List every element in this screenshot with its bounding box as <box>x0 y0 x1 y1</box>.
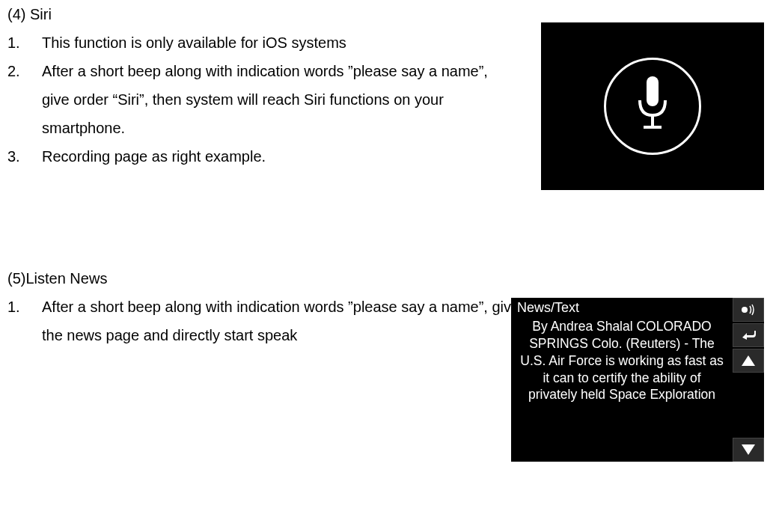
section-heading-news: (5)Listen News <box>7 264 772 293</box>
voice-icon <box>739 303 757 317</box>
section-heading-siri: (4) Siri <box>7 0 516 28</box>
microphone-icon <box>634 76 671 136</box>
news-text-screenshot: News/Text By Andrea Shalal COLORADO SPRI… <box>511 298 764 462</box>
triangle-up-icon <box>742 355 755 366</box>
list-text: After a short beep along with indication… <box>42 57 516 142</box>
list-text: This function is only available for iOS … <box>42 28 516 57</box>
list-text: Recording page as right example. <box>42 142 516 171</box>
svg-rect-0 <box>647 76 659 106</box>
siri-recording-screenshot <box>541 22 764 190</box>
back-arrow-icon <box>740 328 757 342</box>
list-number: 3. <box>7 142 42 171</box>
list-number: 1. <box>7 28 42 57</box>
microphone-circle <box>604 58 701 155</box>
list-number: 2. <box>7 57 42 85</box>
back-button[interactable] <box>733 323 764 347</box>
news-screen-title: News/Text <box>517 299 727 317</box>
news-screen-body: By Andrea Shalal COLORADO SPRINGS Colo. … <box>517 318 727 459</box>
scroll-down-button[interactable] <box>733 438 764 462</box>
triangle-down-icon <box>742 444 755 455</box>
list-number: 1. <box>7 293 42 321</box>
voice-button[interactable] <box>733 298 764 322</box>
svg-point-3 <box>742 307 748 313</box>
scroll-up-button[interactable] <box>733 349 764 373</box>
